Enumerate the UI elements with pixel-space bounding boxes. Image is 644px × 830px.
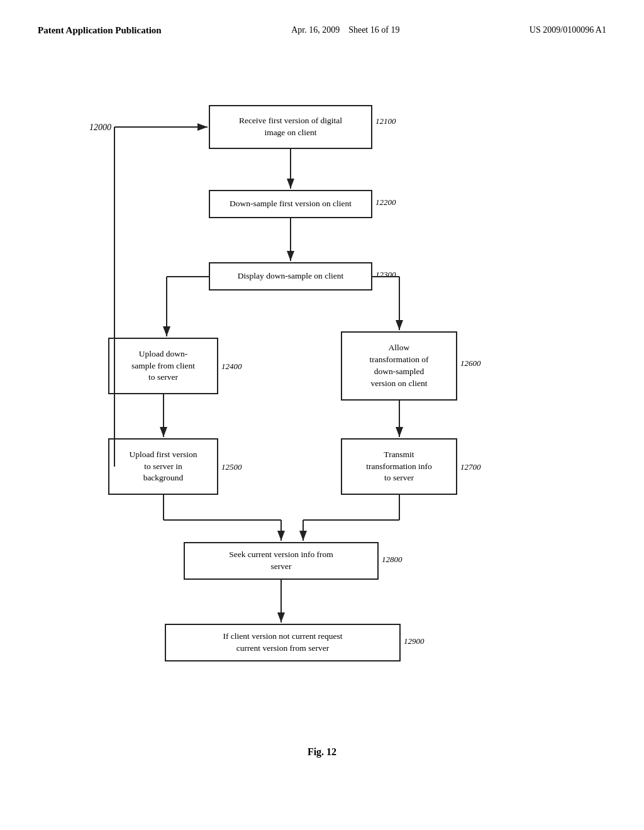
box-12200: Down-sample first version on client: [209, 190, 372, 218]
box-12800-text: Seek current version info fromserver: [229, 549, 333, 573]
diagram-area: 12000 Receive first version of digitalim…: [52, 67, 592, 728]
patent-number: US 2009/0100096 A1: [530, 25, 606, 35]
start-label: 12000: [89, 123, 111, 133]
box-12700-text: Transmittransformation infoto server: [366, 449, 432, 485]
label-12600: 12600: [460, 358, 481, 368]
box-12200-text: Down-sample first version on client: [230, 198, 352, 210]
figure-caption: Fig. 12: [38, 746, 606, 758]
box-12700: Transmittransformation infoto server: [341, 438, 457, 495]
label-12900: 12900: [404, 636, 425, 646]
label-12700: 12700: [460, 462, 481, 472]
box-12800: Seek current version info fromserver: [184, 542, 379, 580]
box-12400-text: Upload down-sample from clientto server: [131, 348, 195, 384]
header-right: US 2009/0100096 A1: [530, 25, 606, 35]
box-12900-text: If client version not current requestcur…: [223, 631, 342, 655]
label-12500: 12500: [221, 462, 242, 472]
header: Patent Application Publication Apr. 16, …: [38, 25, 606, 36]
label-12200: 12200: [375, 197, 396, 208]
box-12100: Receive first version of digitalimage on…: [209, 105, 372, 149]
box-12900: If client version not current requestcur…: [165, 624, 401, 661]
box-12300-text: Display down-sample on client: [238, 270, 343, 282]
label-12400: 12400: [221, 362, 242, 372]
label-12100: 12100: [375, 116, 396, 126]
figure-label: Fig. 12: [308, 746, 336, 757]
box-12400: Upload down-sample from clientto server: [108, 338, 218, 394]
label-12800: 12800: [382, 555, 402, 565]
label-12300: 12300: [375, 270, 396, 280]
box-12300: Display down-sample on client: [209, 262, 372, 290]
box-12500-text: Upload first versionto server inbackgrou…: [130, 449, 197, 485]
header-center: Apr. 16, 2009 Sheet 16 of 19: [291, 25, 399, 35]
publication-label: Patent Application Publication: [38, 25, 162, 35]
page: Patent Application Publication Apr. 16, …: [0, 0, 644, 830]
box-12600: Allowtransformation ofdown-sampledversio…: [341, 331, 457, 401]
box-12500: Upload first versionto server inbackgrou…: [108, 438, 218, 495]
box-12600-text: Allowtransformation ofdown-sampledversio…: [369, 342, 428, 390]
header-sheet: Sheet 16 of 19: [348, 25, 399, 35]
header-left: Patent Application Publication: [38, 25, 162, 36]
header-date: Apr. 16, 2009: [291, 25, 340, 35]
box-12100-text: Receive first version of digitalimage on…: [239, 115, 342, 139]
